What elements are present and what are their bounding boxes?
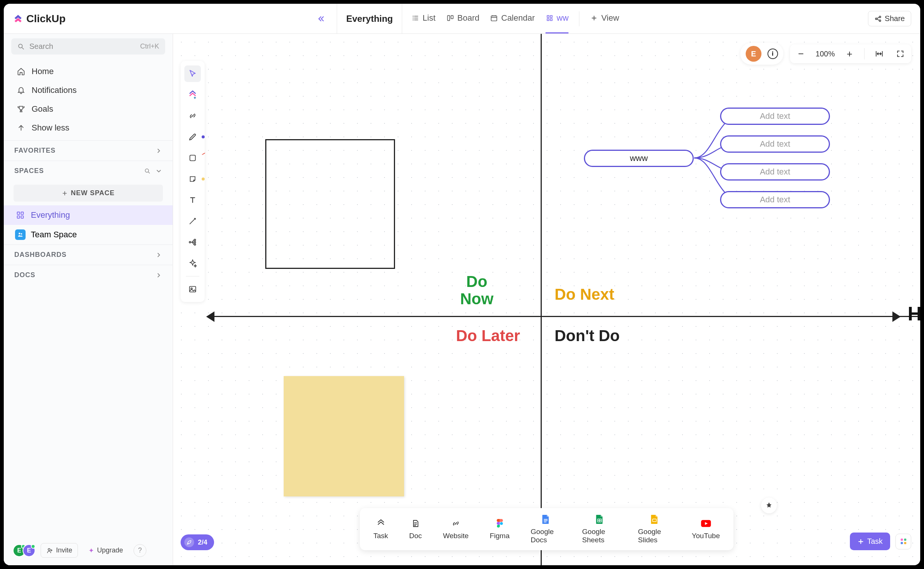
dashboards-header[interactable]: DASHBOARDS (4, 245, 173, 265)
onboarding-progress-pill[interactable]: 2/4 (181, 534, 214, 550)
mindmap-child-node[interactable]: Add text (720, 108, 830, 125)
insert-google-docs[interactable]: Google Docs (520, 512, 571, 546)
favorites-header-label: FAVORITES (14, 147, 56, 155)
pin-button[interactable] (761, 497, 777, 513)
svg-rect-14 (17, 216, 20, 218)
sidebar-collapse-button[interactable] (314, 12, 328, 26)
insert-google-slides[interactable]: Google Slides (627, 512, 681, 546)
insert-task[interactable]: Task (363, 516, 399, 542)
zoom-in-button[interactable]: + (843, 47, 856, 60)
space-team[interactable]: Team Space (4, 225, 173, 245)
mindmap-root-node[interactable]: www (584, 150, 694, 167)
space-everything[interactable]: Everything (4, 205, 173, 225)
insert-youtube[interactable]: YouTube (681, 516, 731, 542)
insert-figma[interactable]: Figma (479, 516, 520, 542)
label-do-next[interactable]: Do Next (554, 286, 614, 303)
insert-website[interactable]: Website (432, 516, 479, 542)
mindmap-child-node[interactable]: Add text (720, 135, 830, 153)
search-row: Search Ctrl+K (4, 34, 173, 59)
tool-ai[interactable] (184, 255, 201, 272)
tool-pen[interactable] (184, 129, 201, 145)
info-button[interactable]: i (767, 49, 778, 59)
svg-rect-27 (544, 519, 548, 520)
svg-point-17 (21, 233, 22, 235)
tool-shape[interactable] (184, 150, 201, 166)
arrow-right-icon (892, 311, 901, 322)
nav-goals[interactable]: Goals (4, 100, 173, 119)
label-do-later[interactable]: Do Later (456, 327, 520, 344)
shape-rectangle[interactable] (265, 139, 395, 269)
svg-point-11 (145, 169, 149, 172)
search-input[interactable]: Search Ctrl+K (11, 38, 165, 55)
image-icon (189, 285, 197, 293)
whiteboard-canvas[interactable]: E i − 100% + Do Now Do Next Do Later (173, 34, 920, 565)
chevron-right-icon (155, 252, 162, 259)
search-icon[interactable] (144, 168, 151, 175)
invite-button[interactable]: Invite (41, 543, 78, 558)
tab-calendar[interactable]: Calendar (490, 4, 534, 33)
chevron-down-icon[interactable] (155, 168, 162, 175)
mindmap-child-node[interactable]: Add text (720, 163, 830, 181)
help-button[interactable]: ? (134, 544, 146, 557)
tab-whiteboard[interactable]: ww (545, 4, 569, 33)
sticky-note[interactable] (284, 376, 404, 496)
spaces-header[interactable]: SPACES (4, 161, 173, 181)
sidebar-footer: E E Invite ✦ Upgrade ? (4, 536, 173, 565)
tool-select[interactable] (184, 65, 201, 82)
search-icon (17, 43, 25, 50)
view-title[interactable]: Everything (337, 4, 402, 33)
new-space-label: NEW SPACE (71, 189, 115, 197)
user-avatar[interactable]: E (746, 46, 761, 62)
label-dont-do[interactable]: Don't Do (554, 327, 620, 344)
svg-point-23 (194, 244, 196, 245)
tool-connector[interactable] (184, 213, 201, 230)
tool-mindmap[interactable] (184, 234, 201, 251)
nav-notifications-label: Notifications (32, 85, 77, 95)
tool-clickup-object[interactable] (184, 87, 201, 103)
nav-show-less[interactable]: Show less (4, 119, 173, 137)
tool-text[interactable] (184, 192, 201, 208)
tool-link[interactable] (184, 108, 201, 124)
nav-home[interactable]: Home (4, 62, 173, 81)
tab-list[interactable]: List (411, 4, 435, 33)
tab-add-view[interactable]: View (590, 4, 619, 33)
axis-end-label[interactable]: H (907, 302, 920, 325)
fit-width-button[interactable] (873, 47, 886, 60)
tab-board[interactable]: Board (446, 4, 480, 33)
avatar-stack[interactable]: E E (13, 544, 35, 557)
chevron-right-icon (155, 148, 162, 154)
connector-icon (189, 217, 197, 225)
docs-header[interactable]: DOCS (4, 265, 173, 285)
upgrade-button[interactable]: ✦ Upgrade (83, 543, 128, 558)
search-placeholder: Search (29, 42, 53, 51)
trophy-icon (17, 105, 26, 114)
brand-logo[interactable]: ClickUp (13, 13, 65, 25)
dashboards-header-label: DASHBOARDS (14, 251, 67, 259)
svg-rect-0 (448, 15, 450, 20)
insert-google-sheets[interactable]: Google Sheets (571, 512, 627, 546)
axis-vertical[interactable] (540, 34, 542, 565)
create-task-button[interactable]: Task (850, 532, 890, 550)
app-center-button[interactable] (895, 534, 911, 549)
insert-doc[interactable]: Doc (399, 516, 433, 542)
zoom-out-button[interactable]: − (795, 47, 807, 60)
mindmap-child-node[interactable]: Add text (720, 191, 830, 208)
tool-sticky[interactable] (184, 171, 201, 187)
insert-doc-label: Doc (409, 532, 422, 540)
nav-notifications[interactable]: Notifications (4, 81, 173, 100)
tab-whiteboard-label: ww (557, 13, 569, 23)
favorites-header[interactable]: FAVORITES (4, 141, 173, 161)
share-button[interactable]: Share (868, 11, 911, 26)
clickup-logo-icon (13, 14, 23, 24)
tool-image[interactable] (184, 281, 201, 297)
zoom-level[interactable]: 100% (816, 50, 835, 58)
axis-horizontal[interactable] (209, 316, 920, 317)
svg-rect-29 (544, 522, 546, 522)
label-do-now[interactable]: Do Now (460, 273, 493, 307)
tab-list-label: List (423, 13, 435, 23)
svg-rect-24 (190, 286, 196, 292)
fullscreen-button[interactable] (894, 47, 907, 60)
board-icon (446, 14, 455, 22)
new-space-button[interactable]: NEW SPACE (14, 185, 163, 202)
presence-panel: E i (740, 43, 783, 65)
